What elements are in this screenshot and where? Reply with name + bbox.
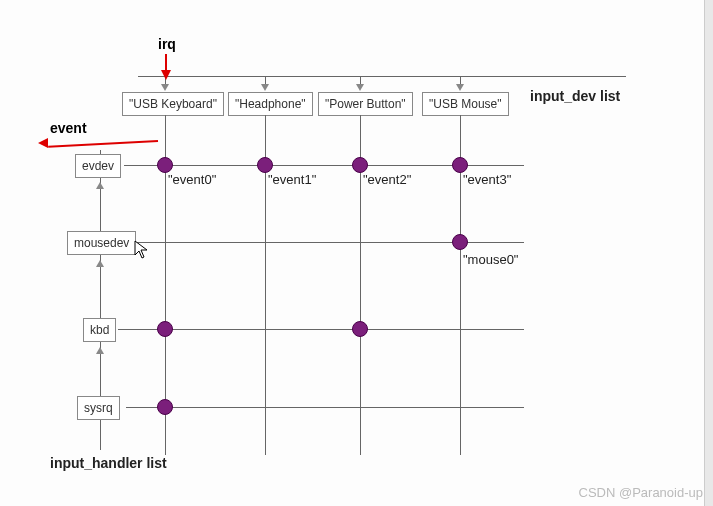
node-mousedev-usbmouse	[452, 234, 468, 250]
node-sysrq-usbkbd	[157, 399, 173, 415]
node-kbd-powerbtn	[352, 321, 368, 337]
right-gutter	[704, 0, 713, 506]
input-dev-list-label: input_dev list	[530, 88, 620, 104]
node-kbd-usbkbd	[157, 321, 173, 337]
watermark: CSDN @Paranoid-up	[579, 485, 703, 500]
event-arrow-line	[48, 140, 158, 148]
arrow-down-icon	[261, 84, 269, 91]
handler-kbd: kbd	[83, 318, 116, 342]
node-evdev-usbmouse	[452, 157, 468, 173]
arrow-down-icon	[356, 84, 364, 91]
input-handler-list-label: input_handler list	[50, 455, 167, 471]
mouse-cursor-icon	[134, 240, 150, 260]
diagram-canvas: { "labels": { "irq": "irq", "event": "ev…	[0, 0, 713, 506]
irq-label: irq	[158, 36, 176, 52]
dev-bus-line	[138, 76, 626, 77]
irq-arrow-head	[161, 70, 171, 80]
arrow-up-icon	[96, 347, 104, 354]
arrow-up-icon	[96, 260, 104, 267]
device-usb-keyboard: "USB Keyboard"	[122, 92, 224, 116]
event2-label: "event2"	[363, 172, 411, 187]
arrow-down-icon	[161, 84, 169, 91]
handler-sysrq: sysrq	[77, 396, 120, 420]
event-label: event	[50, 120, 87, 136]
device-usb-mouse: "USB Mouse"	[422, 92, 509, 116]
event-arrow-head	[38, 138, 48, 148]
node-evdev-usbkbd	[157, 157, 173, 173]
event0-label: "event0"	[168, 172, 216, 187]
handler-evdev: evdev	[75, 154, 121, 178]
event1-label: "event1"	[268, 172, 316, 187]
row-line	[118, 329, 524, 330]
mouse0-label: "mouse0"	[463, 252, 518, 267]
handler-mousedev: mousedev	[67, 231, 136, 255]
node-evdev-powerbtn	[352, 157, 368, 173]
node-evdev-headphone	[257, 157, 273, 173]
arrow-down-icon	[456, 84, 464, 91]
event3-label: "event3"	[463, 172, 511, 187]
device-headphone: "Headphone"	[228, 92, 313, 116]
device-power-button: "Power Button"	[318, 92, 413, 116]
row-line	[126, 407, 524, 408]
arrow-up-icon	[96, 182, 104, 189]
